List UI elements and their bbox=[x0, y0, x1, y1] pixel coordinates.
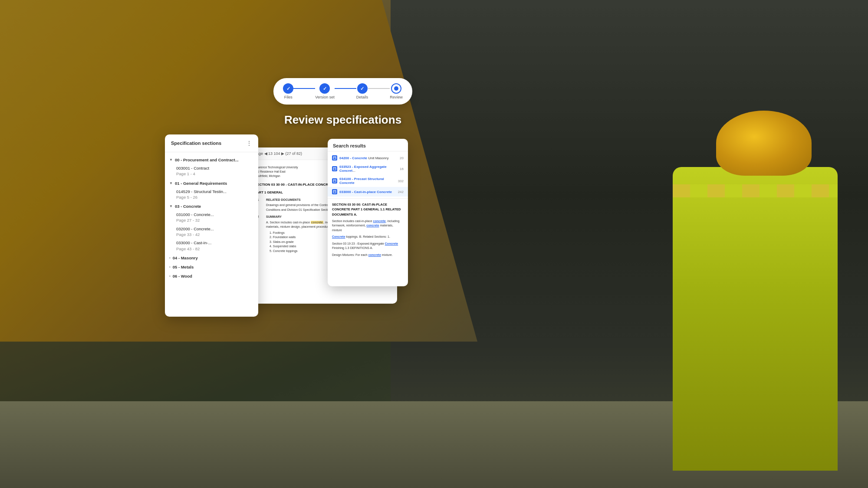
spec-card-menu-icon[interactable]: ⋮ bbox=[246, 140, 252, 147]
excerpt-text-1: Section includes cast-in-place concrete,… bbox=[332, 219, 404, 233]
search-result-icon-1 bbox=[332, 155, 337, 160]
step-circle-review bbox=[391, 83, 401, 94]
tree-item-name-033000: 033000 - Cast-in-... bbox=[176, 240, 254, 246]
progress-steps: ✓ Files ✓ Version set ✓ Details Review bbox=[283, 83, 403, 99]
tree-group-header-03[interactable]: ▼ 03 - Concrete bbox=[165, 202, 258, 210]
tree-item-032000[interactable]: 032000 - Concrete... Page 33 - 42 bbox=[165, 225, 258, 239]
chevron-icon-04: › bbox=[169, 256, 171, 260]
tree-item-031000[interactable]: 031000 - Concrete... Page 27 - 32 bbox=[165, 210, 258, 225]
step-review[interactable]: Review bbox=[390, 83, 403, 99]
search-results-list: 04200 - Concrete Unit Masonry 20 033523 … bbox=[328, 151, 408, 198]
tree-group-03: ▼ 03 - Concrete 031000 - Concrete... Pag… bbox=[165, 202, 258, 253]
excerpt-text-4: Design Mixtures: For each concrete mixtu… bbox=[332, 253, 404, 258]
tree-item-014529[interactable]: 014529 - Structural Testin... Page 5 - 2… bbox=[165, 187, 258, 202]
svg-rect-2 bbox=[333, 167, 336, 170]
tree-item-name-032000: 032000 - Concrete... bbox=[176, 226, 254, 232]
worker-figure bbox=[638, 98, 846, 488]
tree-item-pages-003001: Page 1 - 4 bbox=[176, 171, 254, 177]
tree-group-label-03: 03 - Concrete bbox=[175, 204, 201, 209]
worker-helmet bbox=[716, 111, 812, 176]
svg-rect-4 bbox=[333, 180, 336, 182]
tree-group-header-04[interactable]: › 04 - Masonry bbox=[165, 254, 258, 262]
search-result-text-3: 034100 - Precast Structural Concrete bbox=[339, 177, 393, 185]
excerpt-highlight-1: concrete bbox=[373, 219, 386, 223]
tree-group-04: › 04 - Masonry bbox=[165, 254, 258, 262]
chevron-icon-05: › bbox=[169, 265, 171, 269]
step-details[interactable]: ✓ Details bbox=[356, 83, 368, 99]
tree-group-label-04: 04 - Masonry bbox=[173, 255, 198, 260]
chevron-icon-06: › bbox=[169, 274, 171, 278]
step-version-set[interactable]: ✓ Version set bbox=[315, 83, 335, 99]
tree-group-label-00: 00 - Procurement and Contract... bbox=[175, 157, 239, 162]
tree-group-header-00[interactable]: ▼ 00 - Procurement and Contract... bbox=[165, 156, 258, 164]
chevron-icon-00: ▼ bbox=[169, 158, 173, 162]
search-result-count-2: 16 bbox=[395, 167, 404, 171]
spec-tree: ▼ 00 - Procurement and Contract... 00300… bbox=[165, 152, 258, 285]
excerpt-highlight-3: Concrete bbox=[332, 235, 345, 238]
spec-sections-card: Specification sections ⋮ ▼ 00 - Procurem… bbox=[165, 134, 258, 317]
tree-item-pages-031000: Page 27 - 32 bbox=[176, 217, 254, 223]
step-connector-3 bbox=[368, 88, 390, 89]
search-result-icon-4 bbox=[332, 189, 337, 194]
step-circle-version: ✓ bbox=[319, 83, 330, 94]
spec-card-title: Specification sections bbox=[171, 141, 221, 146]
tree-item-pages-032000: Page 33 - 42 bbox=[176, 232, 254, 237]
search-results-card: Search results 04200 - Concrete Unit Mas… bbox=[328, 139, 408, 286]
search-excerpts: SECTION 03 30 00: CAST-IN-PLACE CONCRETE… bbox=[328, 198, 408, 261]
doc-building: ITU Residence Hall East bbox=[255, 170, 298, 174]
tree-group-header-01[interactable]: ▼ 01 - General Requirements bbox=[165, 179, 258, 187]
tree-group-label-01: 01 - General Requirements bbox=[175, 181, 227, 186]
excerpt-text-3: Section 03 19 23 - Exposed Aggregate Con… bbox=[332, 242, 404, 251]
step-circle-files: ✓ bbox=[283, 83, 293, 94]
doc-page-info: Page ◀ 13 104 ▶ (27 of 82) bbox=[254, 151, 302, 156]
search-result-icon-3 bbox=[332, 178, 337, 183]
step-connector-1 bbox=[293, 88, 315, 89]
search-result-item-4[interactable]: 033000 - Cast-in-place Concrete 242 bbox=[328, 187, 408, 197]
review-title: Review specifications bbox=[165, 113, 521, 127]
search-result-item-2[interactable]: 033523 - Exposed Aggregate Concret... 16 bbox=[328, 163, 408, 175]
progress-bar: ✓ Files ✓ Version set ✓ Details Review bbox=[273, 78, 412, 105]
step-files[interactable]: ✓ Files bbox=[283, 83, 293, 99]
tree-item-033000[interactable]: 033000 - Cast-in-... Page 43 - 82 bbox=[165, 239, 258, 253]
excerpt-title: SECTION 03 30 00: CAST-IN-PLACE CONCRETE… bbox=[332, 202, 404, 217]
search-result-text-1: 04200 - Concrete Unit Masonry bbox=[339, 156, 393, 160]
tree-group-header-05[interactable]: › 05 - Metals bbox=[165, 263, 258, 271]
excerpt-highlight-2: concrete bbox=[366, 224, 379, 227]
search-result-item-1[interactable]: 04200 - Concrete Unit Masonry 20 bbox=[328, 153, 408, 163]
ui-overlay: ✓ Files ✓ Version set ✓ Details Review bbox=[165, 78, 521, 317]
search-result-icon-2 bbox=[332, 166, 337, 171]
tree-group-05: › 05 - Metals bbox=[165, 263, 258, 271]
doc-location: Southfield, Michigan bbox=[255, 174, 298, 178]
worker-vest-stripes bbox=[673, 184, 838, 197]
search-highlight-4: 033000 - Cast-in-place Concrete bbox=[339, 190, 392, 194]
doc-institution: Lawrence Technological University bbox=[255, 165, 298, 170]
step-label-version: Version set bbox=[315, 95, 335, 99]
spec-card-header: Specification sections ⋮ bbox=[165, 134, 258, 152]
tree-item-name-014529: 014529 - Structural Testin... bbox=[176, 189, 254, 194]
tree-group-label-06: 06 - Wood bbox=[173, 274, 192, 278]
excerpt-highlight-5: concrete bbox=[368, 253, 381, 256]
tree-item-pages-014529: Page 5 - 26 bbox=[176, 194, 254, 200]
svg-rect-6 bbox=[333, 190, 336, 193]
highlight-concrete-1: concrete bbox=[311, 221, 323, 224]
chevron-icon-03: ▼ bbox=[169, 204, 173, 208]
search-result-item-3[interactable]: 034100 - Precast Structural Concrete 332 bbox=[328, 175, 408, 187]
cards-container: Specification sections ⋮ ▼ 00 - Procurem… bbox=[165, 134, 521, 317]
search-result-count-4: 242 bbox=[395, 190, 404, 194]
tree-item-003001[interactable]: 003001 - Contract Page 1 - 4 bbox=[165, 164, 258, 178]
tree-group-label-05: 05 - Metals bbox=[173, 265, 194, 269]
tree-group-00: ▼ 00 - Procurement and Contract... 00300… bbox=[165, 156, 258, 178]
search-result-text-2: 033523 - Exposed Aggregate Concret... bbox=[339, 165, 393, 173]
step-label-files: Files bbox=[284, 95, 293, 99]
doc-header-left: Lawrence Technological University ITU Re… bbox=[255, 165, 298, 178]
tree-group-header-06[interactable]: › 06 - Wood bbox=[165, 272, 258, 280]
step-label-details: Details bbox=[356, 95, 368, 99]
search-result-count-1: 20 bbox=[395, 156, 404, 160]
tree-group-06: › 06 - Wood bbox=[165, 272, 258, 280]
excerpt-highlight-4: Concrete bbox=[385, 242, 398, 245]
search-result-count-3: 332 bbox=[395, 179, 404, 183]
search-card-header: Search results bbox=[328, 139, 408, 151]
worker-vest bbox=[673, 167, 838, 471]
search-highlight-3: 034100 - Precast Structural Concrete bbox=[339, 177, 384, 185]
search-highlight-1: 04200 - Concrete bbox=[339, 156, 367, 160]
